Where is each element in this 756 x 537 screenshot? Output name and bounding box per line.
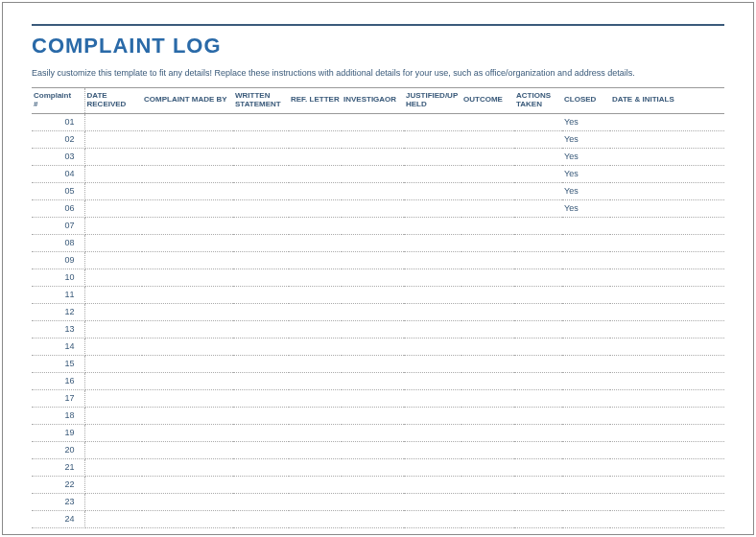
- table-row: 06Yes: [32, 199, 724, 217]
- header-ref-letter: REF. LETTER: [289, 88, 342, 114]
- cell-date-initials: [610, 355, 724, 372]
- cell-made-by: [142, 407, 233, 424]
- header-date-received: DATE RECEIVED: [84, 88, 142, 114]
- cell-investigator: [342, 113, 404, 130]
- cell-justified: [404, 199, 461, 217]
- cell-outcome: [461, 424, 514, 441]
- cell-made-by: [142, 182, 233, 199]
- cell-closed: [562, 251, 610, 268]
- cell-investigator: [342, 458, 404, 476]
- cell-actions-taken: [514, 441, 562, 458]
- cell-written-statement: [233, 510, 289, 527]
- cell-justified: [404, 130, 461, 148]
- table-row: 17: [32, 389, 724, 407]
- cell-actions-taken: [514, 268, 562, 286]
- cell-justified: [404, 251, 461, 268]
- cell-made-by: [142, 148, 233, 165]
- cell-date-initials: [610, 407, 724, 424]
- cell-ref-letter: [289, 165, 342, 182]
- cell-written-statement: [233, 493, 289, 510]
- cell-outcome: [461, 510, 514, 527]
- cell-ref-letter: [289, 355, 342, 372]
- table-row: 07: [32, 217, 724, 234]
- cell-outcome: [461, 286, 514, 303]
- cell-written-statement: [233, 372, 289, 389]
- cell-outcome: [461, 320, 514, 338]
- cell-made-by: [142, 441, 233, 458]
- cell-date-initials: [610, 148, 724, 165]
- cell-made-by: [142, 303, 233, 320]
- header-investigator: INVESTIGAOR: [342, 88, 404, 114]
- cell-ref-letter: [289, 407, 342, 424]
- cell-investigator: [342, 268, 404, 286]
- cell-ref-letter: [289, 372, 342, 389]
- cell-written-statement: [233, 251, 289, 268]
- cell-investigator: [342, 251, 404, 268]
- cell-ref-letter: [289, 424, 342, 441]
- cell-date-initials: [610, 476, 724, 493]
- cell-date-initials: [610, 510, 724, 527]
- table-row: 08: [32, 234, 724, 251]
- cell-date-received: [84, 217, 142, 234]
- cell-actions-taken: [514, 217, 562, 234]
- cell-ref-letter: [289, 338, 342, 355]
- cell-complaint-num: 21: [32, 458, 84, 476]
- cell-outcome: [461, 199, 514, 217]
- cell-complaint-num: 17: [32, 389, 84, 407]
- cell-date-received: [84, 510, 142, 527]
- cell-complaint-num: 12: [32, 303, 84, 320]
- cell-made-by: [142, 355, 233, 372]
- table-row: 02Yes: [32, 130, 724, 148]
- cell-made-by: [142, 338, 233, 355]
- cell-investigator: [342, 286, 404, 303]
- cell-date-received: [84, 234, 142, 251]
- cell-actions-taken: [514, 424, 562, 441]
- cell-outcome: [461, 130, 514, 148]
- cell-date-received: [84, 268, 142, 286]
- cell-investigator: [342, 165, 404, 182]
- table-row: 05Yes: [32, 182, 724, 199]
- cell-written-statement: [233, 355, 289, 372]
- cell-justified: [404, 182, 461, 199]
- cell-closed: [562, 303, 610, 320]
- cell-written-statement: [233, 320, 289, 338]
- cell-ref-letter: [289, 320, 342, 338]
- cell-date-received: [84, 372, 142, 389]
- table-row: 24: [32, 510, 724, 527]
- cell-date-received: [84, 441, 142, 458]
- title-rule: [32, 24, 724, 26]
- cell-investigator: [342, 372, 404, 389]
- cell-investigator: [342, 217, 404, 234]
- cell-written-statement: [233, 182, 289, 199]
- cell-investigator: [342, 199, 404, 217]
- cell-ref-letter: [289, 234, 342, 251]
- cell-actions-taken: [514, 458, 562, 476]
- cell-justified: [404, 389, 461, 407]
- cell-written-statement: [233, 286, 289, 303]
- cell-closed: [562, 268, 610, 286]
- cell-ref-letter: [289, 251, 342, 268]
- cell-date-received: [84, 476, 142, 493]
- cell-written-statement: [233, 148, 289, 165]
- header-justified: JUSTIFIED/UP HELD: [404, 88, 461, 114]
- cell-made-by: [142, 372, 233, 389]
- cell-date-initials: [610, 441, 724, 458]
- cell-investigator: [342, 148, 404, 165]
- cell-justified: [404, 424, 461, 441]
- table-row: 13: [32, 320, 724, 338]
- table-row: 11: [32, 286, 724, 303]
- cell-complaint-num: 16: [32, 372, 84, 389]
- header-made-by: COMPLAINT MADE BY: [142, 88, 233, 114]
- cell-investigator: [342, 338, 404, 355]
- cell-made-by: [142, 251, 233, 268]
- cell-actions-taken: [514, 234, 562, 251]
- cell-closed: Yes: [562, 130, 610, 148]
- cell-closed: Yes: [562, 113, 610, 130]
- cell-complaint-num: 15: [32, 355, 84, 372]
- cell-date-received: [84, 458, 142, 476]
- cell-justified: [404, 476, 461, 493]
- cell-outcome: [461, 372, 514, 389]
- cell-complaint-num: 13: [32, 320, 84, 338]
- cell-ref-letter: [289, 510, 342, 527]
- cell-date-initials: [610, 251, 724, 268]
